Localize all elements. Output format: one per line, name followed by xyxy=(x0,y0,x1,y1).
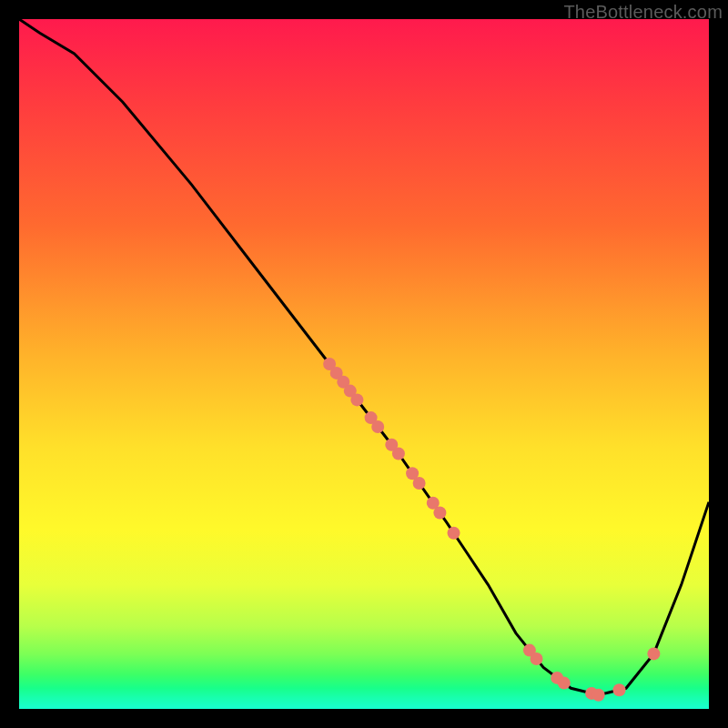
data-point xyxy=(647,647,660,660)
data-point xyxy=(531,652,543,665)
chart-plot-area xyxy=(19,19,709,709)
chart-svg xyxy=(19,19,709,709)
data-point xyxy=(371,420,384,433)
data-point xyxy=(558,677,571,690)
data-point xyxy=(433,507,446,520)
data-point xyxy=(613,683,626,696)
data-point xyxy=(350,393,363,406)
watermark-text: TheBottleneck.com xyxy=(563,2,723,23)
data-point xyxy=(413,477,426,490)
chart-stage: TheBottleneck.com xyxy=(0,0,728,728)
data-point xyxy=(448,527,460,540)
bottleneck-curve xyxy=(19,19,709,695)
data-point xyxy=(592,689,605,702)
data-points xyxy=(323,358,660,702)
data-point xyxy=(392,448,405,460)
